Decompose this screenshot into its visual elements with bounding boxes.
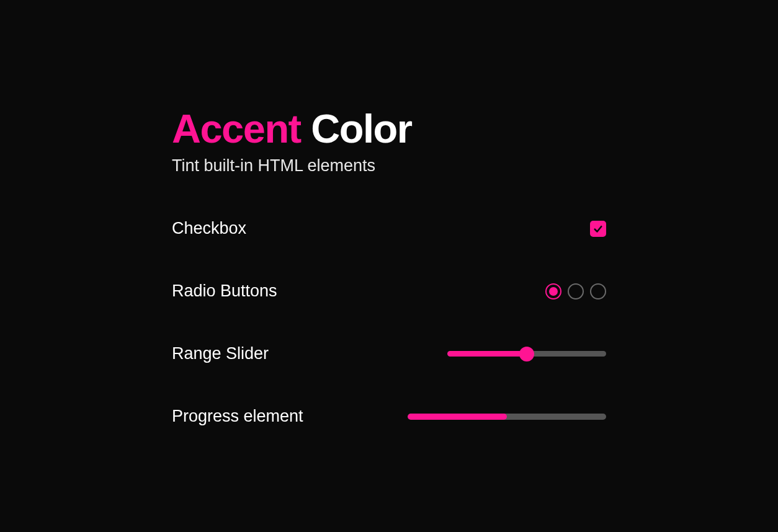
progress-fill xyxy=(408,414,507,420)
slider-controls xyxy=(447,347,606,361)
progress-row: Progress element xyxy=(172,407,606,426)
page-subtitle: Tint built-in HTML elements xyxy=(172,156,606,175)
checkbox-row: Checkbox xyxy=(172,219,606,238)
checkbox-controls xyxy=(590,221,606,237)
slider-fill xyxy=(447,351,527,357)
radio-option-2[interactable] xyxy=(568,283,584,299)
radio-option-1[interactable] xyxy=(545,283,561,299)
title-rest: Color xyxy=(301,106,412,151)
radio-row: Radio Buttons xyxy=(172,282,606,301)
radio-label: Radio Buttons xyxy=(172,282,277,301)
progress-bar xyxy=(408,414,606,420)
page-title: Accent Color xyxy=(172,109,606,149)
radio-controls xyxy=(545,283,606,299)
slider-row: Range Slider xyxy=(172,344,606,363)
check-icon xyxy=(592,223,604,234)
checkbox-input[interactable] xyxy=(590,221,606,237)
title-accent-word: Accent xyxy=(172,106,301,151)
checkbox-label: Checkbox xyxy=(172,219,246,238)
slider-thumb[interactable] xyxy=(519,347,534,361)
slider-label: Range Slider xyxy=(172,344,269,363)
progress-controls xyxy=(408,414,606,420)
progress-label: Progress element xyxy=(172,407,303,426)
main-container: Accent Color Tint built-in HTML elements… xyxy=(172,109,606,469)
range-slider[interactable] xyxy=(447,347,606,361)
radio-option-3[interactable] xyxy=(590,283,606,299)
